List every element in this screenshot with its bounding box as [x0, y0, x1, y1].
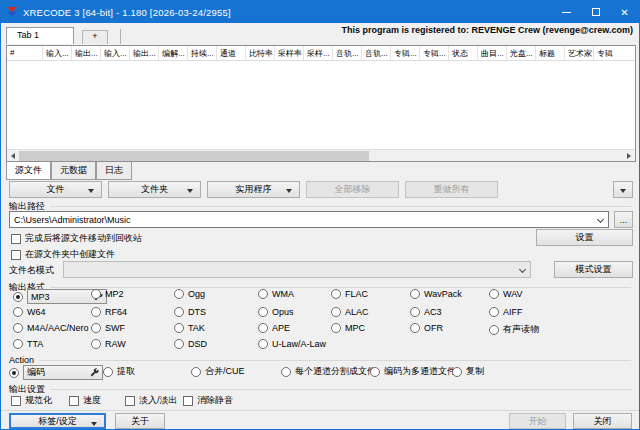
file-list-body[interactable]	[7, 61, 635, 149]
format-option-tta[interactable]: TTA	[13, 339, 43, 349]
add-tab-button[interactable]: +	[82, 30, 108, 44]
format-option-tak[interactable]: TAK	[174, 323, 205, 333]
format-option-ac3[interactable]: AC3	[410, 307, 442, 317]
format-option-ogg[interactable]: Ogg	[174, 289, 205, 299]
filename-pattern-combobox[interactable]	[63, 261, 531, 278]
normalize-checkbox[interactable]: 规范化	[11, 394, 52, 407]
browse-button[interactable]: ...	[614, 211, 633, 228]
encode-settings-box[interactable]: 编码	[23, 365, 103, 380]
format-option-m4a-aac-nero[interactable]: M4A/AAC/Nero	[13, 323, 89, 333]
radio-icon	[370, 367, 380, 377]
format-option-dts[interactable]: DTS	[174, 307, 206, 317]
column-header[interactable]: 艺术家	[565, 46, 594, 60]
column-header[interactable]: 输出...	[130, 46, 159, 60]
column-header[interactable]: 输入...	[101, 46, 130, 60]
minimize-button[interactable]	[552, 1, 581, 23]
action-row: 编码 提取 合并/CUE 每个通道分割成文件 编码为多通道文件 复制	[1, 365, 640, 380]
maximize-button[interactable]	[581, 1, 610, 23]
radio-icon	[9, 368, 19, 378]
tags-settings-button[interactable]: 标签/设定	[9, 413, 106, 429]
remove-all-button[interactable]: 全部移除	[306, 181, 399, 198]
radio-icon	[258, 289, 268, 299]
column-header[interactable]: 比特率	[246, 46, 275, 60]
action-option-merge-cue[interactable]: 合并/CUE	[191, 365, 245, 378]
column-header[interactable]: 采样...	[304, 46, 333, 60]
column-header[interactable]: 专辑...	[420, 46, 449, 60]
move-to-recycle-checkbox[interactable]: 完成后将源文件移动到回收站	[11, 232, 142, 245]
column-header[interactable]: 输出...	[72, 46, 101, 60]
tab-tab1[interactable]: Tab 1	[6, 27, 74, 44]
format-option-ofr[interactable]: OFR	[410, 323, 443, 333]
column-header[interactable]: 持续...	[188, 46, 217, 60]
format-option-rf64[interactable]: RF64	[91, 307, 127, 317]
file-list: # 输入... 输出... 输入... 输出... 编解... 持续... 通道…	[6, 45, 636, 162]
file-list-header[interactable]: # 输入... 输出... 输入... 输出... 编解... 持续... 通道…	[7, 46, 635, 61]
format-option-ulaw-alaw[interactable]: U-Law/A-Law	[258, 339, 326, 349]
format-option-alac[interactable]: ALAC	[331, 307, 369, 317]
more-options-button[interactable]	[613, 181, 633, 198]
output-settings-button[interactable]: 设置	[536, 229, 633, 246]
titlebar[interactable]: XRECODE 3 [64-bit] - 1.180 [2026-03-24/2…	[1, 1, 639, 23]
column-header[interactable]: 标题	[536, 46, 565, 60]
folder-menu-button[interactable]: 文件夹	[108, 181, 201, 198]
column-header[interactable]: 编解...	[159, 46, 188, 60]
action-option-encode[interactable]: 编码	[9, 365, 103, 380]
scroll-left-button[interactable]	[7, 150, 19, 162]
file-menu-button[interactable]: 文件	[9, 181, 102, 198]
format-option-opus[interactable]: Opus	[258, 307, 294, 317]
format-option-flac[interactable]: FLAC	[331, 289, 368, 299]
column-header[interactable]: #	[7, 46, 43, 60]
horizontal-scrollbar[interactable]	[7, 149, 635, 161]
format-option-aiff[interactable]: AIFF	[489, 307, 523, 317]
column-header[interactable]: 曲目...	[478, 46, 507, 60]
utilities-menu-button[interactable]: 实用程序	[207, 181, 300, 198]
tab-log[interactable]: 日志	[96, 162, 132, 180]
format-option-wavpack[interactable]: WavPack	[410, 289, 462, 299]
format-option-mp2[interactable]: MP2	[91, 289, 124, 299]
close-window-button[interactable]: 关闭	[573, 413, 632, 429]
column-header[interactable]: 采样率	[275, 46, 304, 60]
column-header[interactable]: 输入...	[43, 46, 72, 60]
format-option-w64[interactable]: W64	[13, 307, 46, 317]
format-option-wma[interactable]: WMA	[258, 289, 294, 299]
action-option-split-channels[interactable]: 每个通道分割成文件	[281, 365, 376, 378]
tab-source-files[interactable]: 源文件	[6, 162, 51, 180]
scrollbar-track[interactable]	[19, 150, 623, 162]
column-header[interactable]: 光盘...	[507, 46, 536, 60]
radio-icon	[489, 289, 499, 299]
redo-all-button[interactable]: 重做所有	[405, 181, 498, 198]
close-button[interactable]: ✕	[610, 1, 639, 23]
format-option-raw[interactable]: RAW	[91, 339, 126, 349]
pattern-settings-button[interactable]: 模式设置	[554, 261, 633, 278]
format-option-wav[interactable]: WAV	[489, 289, 523, 299]
speed-checkbox[interactable]: 速度	[69, 394, 101, 407]
format-option-dsd[interactable]: DSD	[174, 339, 207, 349]
tab-metadata[interactable]: 元数据	[51, 162, 96, 180]
scrollbar-thumb[interactable]	[19, 151, 369, 161]
scroll-right-icon	[627, 153, 631, 159]
radio-icon	[331, 323, 341, 333]
fade-in-out-checkbox[interactable]: 淡入/淡出	[125, 394, 178, 407]
action-option-multichannel[interactable]: 编码为多通道文件	[370, 365, 456, 378]
remove-silence-checkbox[interactable]: 消除静音	[183, 394, 233, 407]
create-in-source-checkbox[interactable]: 在源文件夹中创建文件	[11, 248, 115, 261]
format-option-audiobook[interactable]: 有声读物	[489, 323, 539, 336]
action-label: Action	[9, 355, 34, 365]
format-option-ape[interactable]: APE	[258, 323, 290, 333]
column-header[interactable]: 音轨...	[333, 46, 362, 60]
scroll-right-button[interactable]	[623, 150, 635, 162]
format-option-mpc[interactable]: MPC	[331, 323, 365, 333]
xrecode-window: XRECODE 3 [64-bit] - 1.180 [2026-03-24/2…	[0, 0, 640, 430]
column-header[interactable]: 状态	[449, 46, 478, 60]
action-option-copy[interactable]: 复制	[452, 365, 484, 378]
action-option-extract[interactable]: 提取	[103, 365, 135, 378]
start-button[interactable]: 开始	[509, 413, 566, 429]
column-header[interactable]: 专辑...	[391, 46, 420, 60]
column-header[interactable]: 专辑	[594, 46, 635, 60]
output-path-combobox[interactable]: C:\Users\Administrator\Music	[9, 211, 609, 228]
about-button[interactable]: 关于	[115, 413, 165, 429]
column-header[interactable]: 音轨...	[362, 46, 391, 60]
column-header[interactable]: 通道	[217, 46, 246, 60]
minimize-icon	[562, 12, 571, 13]
format-option-swf[interactable]: SWF	[91, 323, 125, 333]
